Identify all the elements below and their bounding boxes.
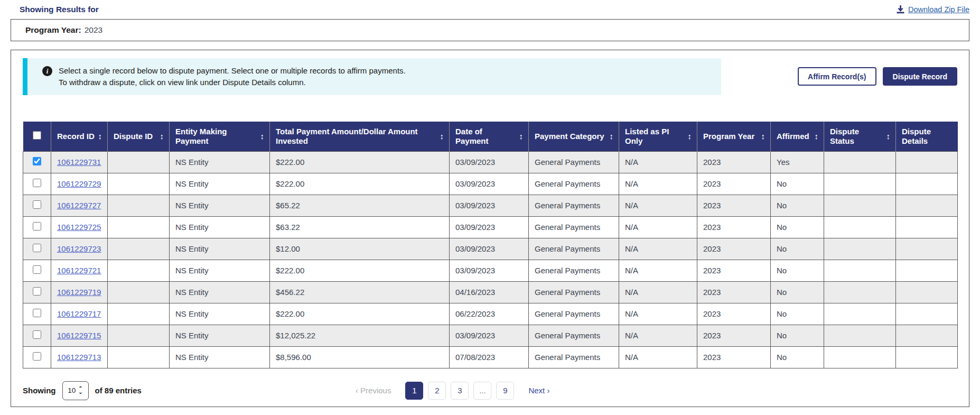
column-header-listed-as-pi-only[interactable]: Listed as PI Only↕ (619, 122, 697, 151)
amount-cell: $63.22 (270, 216, 450, 238)
previous-page-button[interactable]: ‹ Previous (356, 386, 391, 395)
column-header-program-year[interactable]: Program Year↕ (697, 122, 771, 151)
dispute-id-cell (108, 303, 170, 325)
row-checkbox[interactable] (33, 309, 41, 317)
year-cell: 2023 (697, 151, 771, 173)
dispute-status-cell (824, 173, 896, 195)
record-id-link[interactable]: 1061229717 (57, 309, 101, 318)
year-cell: 2023 (697, 260, 771, 281)
date-cell: 07/08/2023 (450, 346, 529, 368)
row-checkbox[interactable] (33, 244, 41, 252)
dispute-status-cell (824, 325, 896, 346)
records-table: Record ID↕Dispute ID↕Entity Making Payme… (23, 122, 958, 368)
column-header-label: Program Year (703, 132, 754, 141)
table-row: 1061229715NS Entity$12,025.2203/09/2023G… (23, 325, 958, 346)
row-checkbox[interactable] (33, 157, 41, 165)
column-header-dispute-id[interactable]: Dispute ID↕ (108, 122, 170, 151)
row-checkbox[interactable] (33, 200, 41, 209)
sort-icon[interactable]: ↕ (610, 132, 615, 141)
next-page-button[interactable]: Next › (528, 386, 549, 395)
date-cell: 03/09/2023 (450, 260, 529, 281)
row-checkbox-cell (23, 281, 51, 303)
sort-icon[interactable]: ↕ (688, 132, 693, 141)
record-id-cell: 1061229717 (51, 303, 108, 325)
select-all-checkbox-input[interactable] (33, 131, 41, 140)
amount-cell: $222.00 (270, 151, 450, 173)
amount-cell: $12,025.22 (270, 325, 450, 346)
sort-icon[interactable]: ↕ (815, 132, 820, 141)
pi-only-cell: N/A (619, 173, 697, 195)
record-id-link[interactable]: 1061229729 (57, 179, 101, 188)
sort-icon[interactable]: ↕ (98, 132, 104, 141)
row-checkbox[interactable] (33, 265, 41, 274)
column-header-payment-category[interactable]: Payment Category↕ (529, 122, 619, 151)
row-checkbox[interactable] (33, 352, 41, 361)
download-zip-link[interactable]: Download Zip File (897, 5, 969, 14)
dispute-status-cell (824, 195, 896, 216)
sort-icon[interactable]: ↕ (519, 132, 525, 141)
row-checkbox[interactable] (33, 179, 41, 187)
category-cell: General Payments (529, 303, 619, 325)
affirmed-cell: No (771, 216, 824, 238)
top-bar: Showing Results for Download Zip File (0, 0, 980, 15)
record-id-cell: 1061229715 (51, 325, 108, 346)
entity-cell: NS Entity (170, 260, 270, 281)
row-checkbox-cell (23, 195, 51, 216)
row-checkbox-cell (23, 238, 51, 260)
page-button-9[interactable]: 9 (496, 382, 514, 400)
entity-cell: NS Entity (170, 195, 270, 216)
row-checkbox[interactable] (33, 222, 41, 230)
date-cell: 03/09/2023 (450, 216, 529, 238)
record-id-link[interactable]: 1061229723 (57, 244, 101, 253)
column-header-label: Total Payment Amount/Dollar Amount Inves… (276, 127, 438, 146)
dispute-id-cell (108, 151, 170, 173)
entity-cell: NS Entity (170, 216, 270, 238)
page-button-1[interactable]: 1 (405, 382, 423, 400)
dispute-record-button[interactable]: Dispute Record (883, 67, 957, 86)
column-header-label: Affirmed (777, 132, 809, 141)
record-id-link[interactable]: 1061229721 (57, 266, 101, 275)
affirm-records-button[interactable]: Affirm Record(s) (798, 67, 876, 86)
column-header-label: Record ID (57, 132, 95, 141)
table-row: 1061229713NS Entity$8,596.0007/08/2023Ge… (23, 346, 958, 368)
column-header-total-payment-amount-dollar-amount-invested[interactable]: Total Payment Amount/Dollar Amount Inves… (270, 122, 450, 151)
column-header-label: Payment Category (535, 132, 604, 141)
sort-icon[interactable]: ↕ (260, 132, 266, 141)
record-id-link[interactable]: 1061229727 (57, 201, 101, 210)
sort-icon[interactable]: ↕ (761, 132, 767, 141)
row-checkbox-cell (23, 325, 51, 346)
row-checkbox[interactable] (33, 287, 41, 296)
category-cell: General Payments (529, 260, 619, 281)
record-id-link[interactable]: 1061229719 (57, 288, 101, 297)
info-banner-line2: To withdraw a dispute, click on view lin… (59, 77, 406, 88)
record-id-link[interactable]: 1061229725 (57, 223, 101, 232)
column-header-record-id[interactable]: Record ID↕ (51, 122, 108, 151)
record-id-link[interactable]: 1061229731 (57, 158, 101, 167)
column-header-label: Dispute ID (114, 132, 153, 141)
column-header-entity-making-payment[interactable]: Entity Making Payment↕ (170, 122, 270, 151)
column-header-date-of-payment[interactable]: Date of Payment↕ (450, 122, 529, 151)
page-size-stepper[interactable]: 10 ⌃⌄ (62, 381, 89, 400)
row-checkbox[interactable] (33, 330, 41, 339)
year-cell: 2023 (697, 238, 771, 260)
row-checkbox-cell (23, 151, 51, 173)
page-button-2[interactable]: 2 (428, 382, 446, 400)
column-header-dispute-status[interactable]: Dispute Status↕ (824, 122, 896, 151)
page-button-3[interactable]: 3 (451, 382, 469, 400)
date-cell: 03/09/2023 (450, 195, 529, 216)
record-id-link[interactable]: 1061229713 (57, 353, 101, 362)
sort-icon[interactable]: ↕ (440, 132, 445, 141)
record-id-link[interactable]: 1061229715 (57, 331, 101, 340)
row-checkbox-cell (23, 260, 51, 281)
pi-only-cell: N/A (619, 195, 697, 216)
select-all-checkbox[interactable] (23, 122, 51, 151)
sort-icon[interactable]: ↕ (160, 132, 165, 141)
date-cell: 03/09/2023 (450, 173, 529, 195)
entity-cell: NS Entity (170, 303, 270, 325)
pi-only-cell: N/A (619, 281, 697, 303)
affirmed-cell: No (771, 303, 824, 325)
amount-cell: $12.00 (270, 238, 450, 260)
column-header-affirmed[interactable]: Affirmed↕ (771, 122, 824, 151)
sort-icon[interactable]: ↕ (886, 132, 892, 141)
row-checkbox-cell (23, 216, 51, 238)
